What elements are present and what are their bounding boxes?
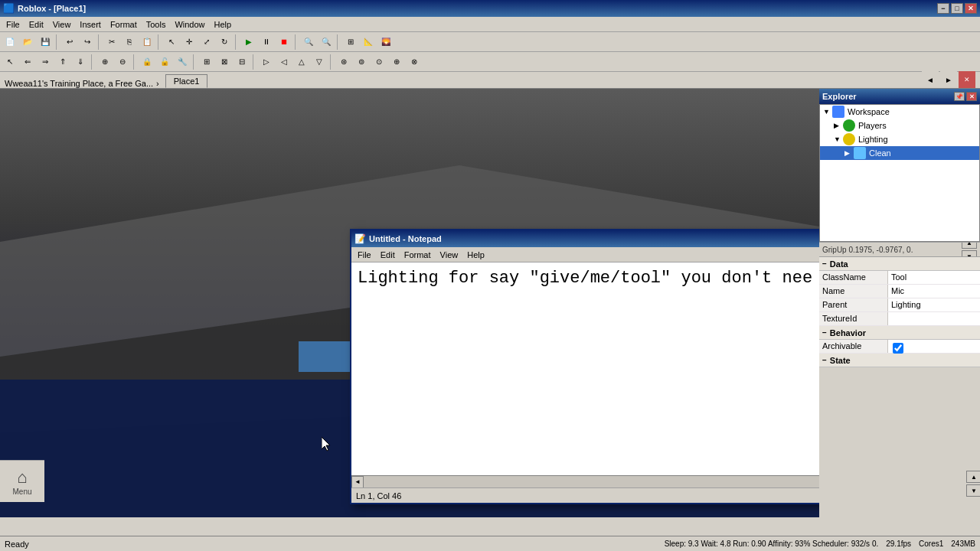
tb2-2[interactable]: ⇐: [19, 54, 36, 70]
np-menu-file[interactable]: File: [353, 249, 376, 261]
tb2-1[interactable]: ↖: [2, 54, 18, 70]
data-section-header[interactable]: − Data: [819, 257, 980, 271]
props-scroll-down[interactable]: ▼: [966, 484, 980, 497]
tree-item-clean[interactable]: ▶ Clean: [820, 146, 979, 160]
prop-classname-label: ClassName: [819, 271, 888, 284]
prop-name-label: Name: [819, 285, 888, 298]
tb2-13[interactable]: ⊟: [234, 54, 250, 70]
hscroll-left-btn[interactable]: ◄: [351, 476, 364, 488]
prop-textureid-value[interactable]: [888, 312, 980, 325]
explorer-close-btn[interactable]: ✕: [966, 92, 977, 101]
tree-item-lighting[interactable]: ▼ Lighting: [820, 132, 979, 146]
tb-zoom-in[interactable]: 🔍: [300, 34, 317, 51]
menu-file[interactable]: File: [2, 18, 24, 31]
tb2-7[interactable]: ⊖: [114, 54, 131, 70]
tree-item-players[interactable]: ▶ Players: [820, 119, 979, 132]
window-title: Roblox - [Place1]: [18, 4, 86, 13]
tb-snap[interactable]: 📐: [360, 34, 377, 51]
np-menu-format[interactable]: Format: [400, 249, 436, 261]
tb2-15[interactable]: ◁: [276, 54, 292, 70]
tb2-14[interactable]: ▷: [258, 54, 275, 70]
breadcrumb[interactable]: Wweaa11's Training Place, a Free Ga... ›: [2, 79, 165, 88]
menu-tools[interactable]: Tools: [142, 18, 171, 31]
prop-archivable-label: Archivable: [819, 340, 888, 353]
menu-insert[interactable]: Insert: [75, 18, 106, 31]
tb-rotate[interactable]: ↻: [216, 34, 233, 51]
menu-help[interactable]: Help: [210, 18, 237, 31]
tb2-16[interactable]: △: [293, 54, 310, 70]
notepad-hscroll: ◄ ►: [351, 475, 819, 487]
minimize-button[interactable]: −: [937, 3, 949, 14]
tb2-6[interactable]: ⊕: [96, 54, 113, 70]
prop-classname-value[interactable]: Tool: [888, 271, 980, 284]
close-button[interactable]: ✕: [965, 3, 977, 14]
np-menu-view[interactable]: View: [436, 249, 463, 261]
title-bar-controls: − □ ✕: [937, 3, 977, 14]
tb-undo[interactable]: ↩: [61, 34, 78, 51]
grip-scroll-down[interactable]: ▼: [962, 250, 977, 257]
tb2-8[interactable]: 🔒: [139, 54, 155, 70]
tab-place1[interactable]: Place1: [165, 74, 208, 88]
menu-format[interactable]: Format: [106, 18, 142, 31]
tb2-20[interactable]: ⊙: [371, 54, 387, 70]
state-section-header[interactable]: − State: [819, 354, 980, 367]
tb2-10[interactable]: 🔧: [174, 54, 191, 70]
tb2-22[interactable]: ⊗: [406, 54, 423, 70]
tb2-5[interactable]: ⇓: [72, 54, 89, 70]
explorer-pin-btn[interactable]: 📌: [954, 92, 965, 101]
tb-terrain[interactable]: 🌄: [377, 34, 394, 51]
tb-pause[interactable]: ⏸: [258, 34, 275, 51]
tb2-4[interactable]: ⇑: [54, 54, 71, 70]
tb-open[interactable]: 📂: [19, 34, 36, 51]
np-menu-edit[interactable]: Edit: [376, 249, 400, 261]
tb-move[interactable]: ✛: [181, 34, 198, 51]
data-toggle: −: [822, 259, 827, 268]
tab-scroll-right[interactable]: ►: [940, 71, 957, 88]
tb-copy[interactable]: ⎘: [121, 34, 138, 51]
tb-cut[interactable]: ✂: [103, 34, 120, 51]
tb-redo[interactable]: ↪: [79, 34, 96, 51]
tab-close[interactable]: ✕: [959, 71, 975, 88]
tb-zoom-out[interactable]: 🔍: [318, 34, 335, 51]
tb-grid[interactable]: ⊞: [342, 34, 359, 51]
tb-scale[interactable]: ⤢: [198, 34, 215, 51]
tb-select[interactable]: ↖: [163, 34, 180, 51]
tb-paste[interactable]: 📋: [139, 34, 155, 51]
title-bar: 🟦 Roblox - [Place1] − □ ✕: [0, 0, 980, 17]
maximize-button[interactable]: □: [951, 3, 963, 14]
prop-parent-value[interactable]: Lighting: [888, 298, 980, 311]
tb2-19[interactable]: ⊚: [353, 54, 370, 70]
tb2-9[interactable]: 🔓: [156, 54, 173, 70]
menu-window[interactable]: Window: [170, 18, 209, 31]
archivable-checkbox[interactable]: [893, 343, 903, 354]
tb2-11[interactable]: ⊞: [198, 54, 215, 70]
tb2-sep5: [330, 54, 333, 70]
menu-edit[interactable]: Edit: [24, 18, 48, 31]
grip-scroll-up[interactable]: ▲: [962, 242, 977, 249]
tb2-17[interactable]: ▽: [311, 54, 328, 70]
prop-name-value[interactable]: Mic: [888, 285, 980, 298]
tb2-21[interactable]: ⊕: [388, 54, 405, 70]
behavior-toggle: −: [822, 328, 827, 337]
menu-view[interactable]: View: [48, 18, 76, 31]
tb-stop[interactable]: ⏹: [276, 34, 292, 51]
tb2-3[interactable]: ⇒: [37, 54, 54, 70]
menu-btn[interactable]: ⌂ Menu: [3, 462, 41, 500]
hscroll-track[interactable]: [364, 476, 819, 487]
tb2-sep3: [193, 54, 196, 70]
props-scroll-up[interactable]: ▲: [966, 471, 980, 483]
tb-save[interactable]: 💾: [37, 34, 54, 51]
behavior-section-header[interactable]: − Behavior: [819, 326, 980, 340]
explorer-tree[interactable]: ▼ Workspace ▶ Players ▼ Lighting: [819, 104, 980, 242]
prop-archivable-value[interactable]: [888, 340, 980, 353]
notepad-content-area: ▲: [351, 262, 819, 475]
np-menu-help[interactable]: Help: [462, 249, 489, 261]
tb2-18[interactable]: ⊛: [335, 54, 352, 70]
tb-play[interactable]: ▶: [240, 34, 257, 51]
tb2-12[interactable]: ⊠: [216, 54, 233, 70]
tab-scroll-left[interactable]: ◄: [922, 71, 939, 88]
tree-item-workspace[interactable]: ▼ Workspace: [820, 105, 979, 119]
notepad-titlebar[interactable]: 📝 Untitled - Notepad − □ ✕: [351, 230, 819, 247]
notepad-textarea[interactable]: [351, 262, 819, 475]
tb-new[interactable]: 📄: [2, 34, 18, 51]
